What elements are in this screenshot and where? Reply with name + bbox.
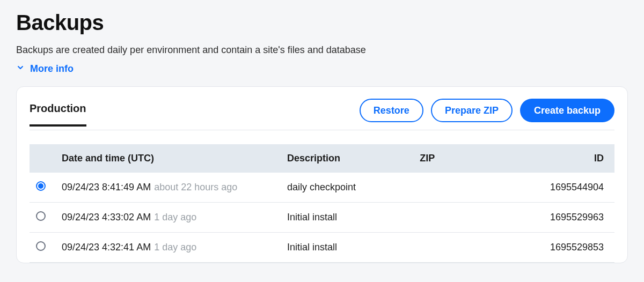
table-row[interactable]: 09/24/23 4:33:02 AM1 day agoInitial inst… xyxy=(30,203,614,233)
row-id: 1695529853 xyxy=(499,233,614,263)
row-description: Initial install xyxy=(281,233,413,263)
row-datetime: 09/24/23 4:33:02 AM xyxy=(62,212,151,222)
actions-bar: Restore Prepare ZIP Create backup xyxy=(360,99,614,130)
table-header-row: Date and time (UTC) Description ZIP ID xyxy=(30,144,614,173)
col-select-header xyxy=(30,144,55,173)
page-title: Backups xyxy=(16,11,628,35)
backups-table: Date and time (UTC) Description ZIP ID 0… xyxy=(30,144,614,263)
chevron-down-icon xyxy=(16,63,25,75)
row-zip xyxy=(413,173,499,203)
card-header: Production Restore Prepare ZIP Create ba… xyxy=(30,87,614,130)
row-relative-time: 1 day ago xyxy=(154,212,196,222)
row-relative-time: about 22 hours ago xyxy=(154,182,237,192)
prepare-zip-button[interactable]: Prepare ZIP xyxy=(431,99,513,122)
row-id: 1695529963 xyxy=(499,203,614,233)
more-info-label: More info xyxy=(30,63,74,75)
restore-button[interactable]: Restore xyxy=(360,99,423,122)
row-datetime-cell: 09/24/23 4:33:02 AM1 day ago xyxy=(55,203,281,233)
row-description: Initial install xyxy=(281,203,413,233)
backups-card: Production Restore Prepare ZIP Create ba… xyxy=(16,86,628,263)
row-zip xyxy=(413,233,499,263)
row-datetime: 09/24/23 8:41:49 AM xyxy=(62,182,151,192)
more-info-toggle[interactable]: More info xyxy=(16,63,74,75)
page-subtitle: Backups are created daily per environmen… xyxy=(16,44,628,56)
create-backup-button[interactable]: Create backup xyxy=(520,99,614,122)
row-datetime-cell: 09/24/23 4:32:41 AM1 day ago xyxy=(55,233,281,263)
row-radio[interactable] xyxy=(36,211,46,221)
row-id: 1695544904 xyxy=(499,173,614,203)
row-radio[interactable] xyxy=(36,181,46,191)
col-date-header: Date and time (UTC) xyxy=(55,144,281,173)
row-datetime: 09/24/23 4:32:41 AM xyxy=(62,242,151,253)
row-radio[interactable] xyxy=(36,241,46,251)
table-row[interactable]: 09/24/23 4:32:41 AM1 day agoInitial inst… xyxy=(30,233,614,263)
row-datetime-cell: 09/24/23 8:41:49 AMabout 22 hours ago xyxy=(55,173,281,203)
tab-production[interactable]: Production xyxy=(30,102,86,127)
table-row[interactable]: 09/24/23 8:41:49 AMabout 22 hours agodai… xyxy=(30,173,614,203)
row-relative-time: 1 day ago xyxy=(154,242,196,253)
col-zip-header: ZIP xyxy=(413,144,499,173)
col-id-header: ID xyxy=(499,144,614,173)
tabs: Production xyxy=(30,102,86,127)
row-zip xyxy=(413,203,499,233)
col-description-header: Description xyxy=(281,144,413,173)
row-description: daily checkpoint xyxy=(281,173,413,203)
